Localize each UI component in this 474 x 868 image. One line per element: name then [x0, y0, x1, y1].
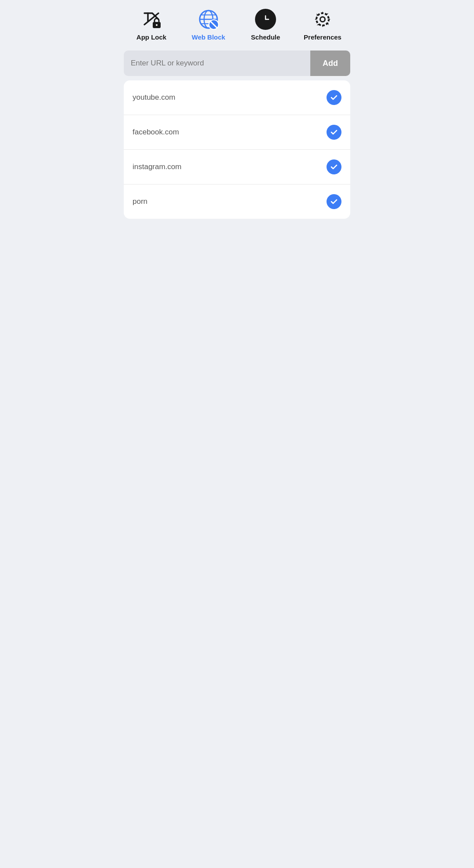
add-button[interactable]: Add	[310, 51, 350, 76]
search-bar-container: Add	[124, 51, 350, 76]
list-item[interactable]: instagram.com	[124, 150, 350, 184]
enabled-toggle-1[interactable]	[327, 125, 341, 140]
list-item[interactable]: youtube.com	[124, 80, 350, 115]
list-item[interactable]: facebook.com	[124, 115, 350, 150]
nav-label-app-lock: App Lock	[136, 33, 166, 41]
nav-item-preferences[interactable]: Preferences	[294, 8, 351, 41]
enabled-toggle-2[interactable]	[327, 159, 341, 174]
app-lock-icon	[140, 8, 163, 31]
blocked-site-label: porn	[133, 197, 147, 206]
nav-item-web-block[interactable]: Web Block	[180, 8, 237, 41]
blocked-site-label: youtube.com	[133, 93, 175, 102]
nav-item-schedule[interactable]: Schedule	[237, 8, 294, 41]
web-block-icon	[197, 8, 220, 31]
svg-point-5	[156, 24, 158, 26]
blocked-site-label: facebook.com	[133, 128, 179, 137]
schedule-icon	[254, 8, 277, 31]
preferences-icon	[311, 8, 334, 31]
list-item[interactable]: porn	[124, 184, 350, 219]
enabled-toggle-3[interactable]	[327, 194, 341, 209]
navigation-bar: App Lock Web Block	[118, 0, 356, 45]
nav-item-app-lock[interactable]: App Lock	[123, 8, 180, 41]
nav-label-schedule: Schedule	[251, 33, 280, 41]
nav-label-web-block: Web Block	[192, 33, 225, 41]
blocked-sites-list: youtube.com facebook.com instagram.com p…	[124, 80, 350, 219]
url-keyword-input[interactable]	[124, 51, 310, 76]
blocked-site-label: instagram.com	[133, 163, 181, 171]
enabled-toggle-0[interactable]	[327, 90, 341, 105]
svg-point-18	[321, 18, 324, 21]
nav-label-preferences: Preferences	[304, 33, 341, 41]
